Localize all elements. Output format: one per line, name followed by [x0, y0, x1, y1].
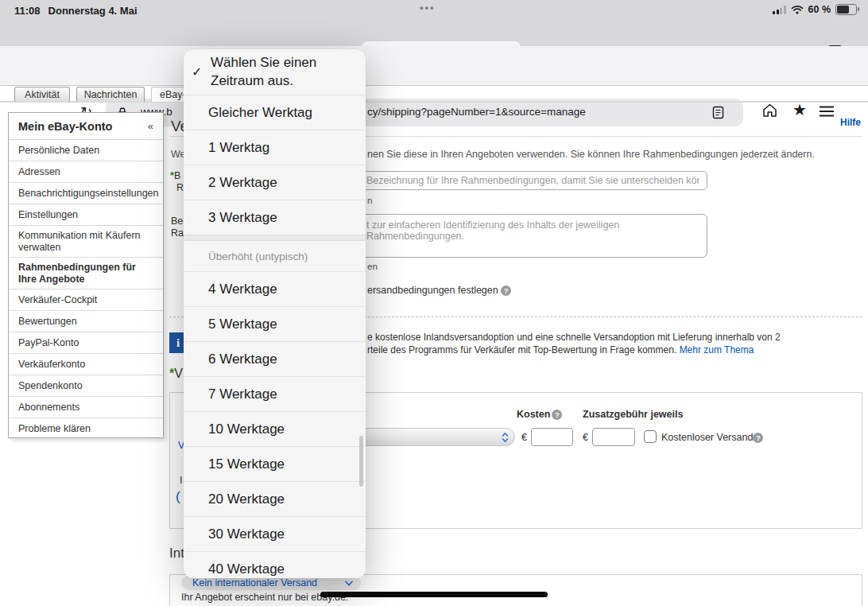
dropdown-option[interactable]: 20 Werktage	[184, 481, 366, 516]
intro-text: nen Sie diese in Ihren Angeboten verwend…	[367, 149, 815, 160]
checkmark-icon: ✓	[192, 64, 204, 80]
sidebar-item-abonnements[interactable]: Abonnements	[9, 397, 163, 418]
select-updown-icon	[502, 432, 509, 443]
camera-indicator-icon: •••	[420, 2, 436, 14]
sidebar-item-bewertungen[interactable]: Bewertungen	[9, 311, 163, 332]
chevron-down-icon	[345, 581, 353, 586]
dropdown-option[interactable]: 6 Werktage	[184, 341, 366, 376]
dropdown-option[interactable]: 4 Werktage	[184, 271, 366, 306]
dropdown-group-header: Überhöht (untypisch)	[184, 241, 366, 271]
sidebar-item-spendenkonto[interactable]: Spendenkonto	[9, 375, 163, 397]
cost-help-icon[interactable]: ?	[552, 410, 562, 420]
dropdown-option[interactable]: Gleicher Werktag	[184, 95, 366, 130]
dropdown-option[interactable]: 15 Werktage	[184, 446, 366, 481]
surcharge-header: Zusatzgebühr jeweils	[583, 409, 683, 420]
free-shipping-label: Kostenloser Versand?	[661, 432, 763, 443]
name-label-line1: *B	[170, 170, 180, 181]
international-heading-fragment: Int	[169, 546, 184, 561]
cost-input[interactable]	[531, 428, 573, 446]
home-indicator[interactable]	[320, 592, 548, 597]
sidebar-item-benachrichtigungseinstellungen[interactable]: Benachrichtigungseinstellungen	[9, 183, 163, 204]
browser-tab-bar: ∞ O OpenAI × X Wie sich vor Betrug auf ×…	[0, 21, 868, 46]
set-shipping-terms-fragment: ersandbedingungen festlegen ?	[367, 285, 511, 296]
policy-description-textarea[interactable]	[358, 214, 707, 258]
status-time: 11:08	[14, 5, 41, 17]
cost-header: Kosten?	[517, 409, 562, 420]
dropdown-option[interactable]: 30 Werktage	[184, 516, 366, 551]
free-shipping-help-icon[interactable]: ?	[753, 433, 763, 443]
collapse-sidebar-icon[interactable]: «	[148, 120, 153, 132]
sidebar-item-paypal-konto[interactable]: PayPal-Konto	[9, 332, 163, 354]
clock: 11:08Donnerstag 4. Mai	[14, 5, 138, 17]
menu-icon[interactable]	[819, 106, 835, 117]
dropdown-option[interactable]: 7 Werktage	[184, 376, 366, 411]
currency-label: €	[521, 432, 527, 443]
url-toolbar: ← → ↻ www.b cy/shipping?pageNumber=1&sou…	[0, 46, 868, 86]
sidebar-item-persoenliche-daten[interactable]: Persönliche Daten	[9, 140, 163, 161]
dropdown-option[interactable]: 3 Werktage	[184, 200, 366, 235]
covered-fragment-paren: (	[176, 489, 180, 505]
url-text-right: cy/shipping?pageNumber=1&source=manage	[367, 106, 586, 118]
info-text-line1: e kostenlose Inlandsversandoption und ei…	[367, 332, 781, 343]
status-icons: 60 %	[773, 4, 857, 15]
dropdown-option[interactable]: 40 Werktage	[184, 551, 366, 578]
dropdown-option[interactable]: 2 Werktage	[184, 165, 366, 200]
covered-fragment-i: I	[180, 475, 182, 486]
mehr-zum-thema-link[interactable]: Mehr zum Thema	[680, 344, 754, 355]
dropdown-scrollbar[interactable]	[359, 436, 363, 487]
sidebar-title-row: Mein eBay-Konto «	[9, 113, 163, 140]
sidebar-item-rahmenbedingungen[interactable]: Rahmenbedingungen für Ihre Angebote	[9, 258, 163, 289]
status-date: Donnerstag 4. Mai	[48, 5, 138, 17]
help-question-icon[interactable]: ?	[501, 286, 511, 296]
currency-label: €	[583, 432, 588, 443]
help-link[interactable]: Hilfe	[840, 117, 861, 128]
dropdown-option[interactable]: 5 Werktage	[184, 306, 366, 341]
dropdown-option-selected[interactable]: ✓ Wählen Sie einen Zeitraum aus.	[184, 49, 366, 95]
sidebar-mein-ebay-konto: Mein eBay-Konto « Persönliche Daten Adre…	[8, 112, 164, 438]
ebay-tab-aktivitaet[interactable]: Aktivität	[14, 87, 70, 102]
info-text-line2: rteile des Programms für Verkäufer mit T…	[367, 344, 754, 355]
free-shipping-checkbox[interactable]	[644, 430, 657, 443]
sidebar-item-einstellungen[interactable]: Einstellungen	[9, 204, 163, 226]
international-select-value: Kein internationaler Versand	[192, 577, 317, 589]
sidebar-item-verkaeufer-cockpit[interactable]: Verkäufer-Cockpit	[9, 289, 163, 311]
screen: 11:08Donnerstag 4. Mai ••• 60 % ∞ O Open…	[0, 0, 868, 606]
dropdown-option[interactable]: 1 Werktag	[184, 130, 366, 165]
sidebar-item-kommunikation[interactable]: Kommunikation mit Käufern verwalten	[9, 226, 163, 258]
policy-name-input[interactable]	[358, 171, 707, 190]
reader-view-icon[interactable]	[712, 106, 724, 119]
dropdown-option-label: Wählen Sie einen Zeitraum aus.	[211, 54, 358, 89]
cellular-signal-icon	[773, 6, 786, 14]
dropdown-option[interactable]: 10 Werktage	[184, 411, 366, 446]
sidebar-item-adressen[interactable]: Adressen	[9, 161, 163, 183]
shipping-section-fragment: *V	[169, 367, 183, 381]
desc-counter-fragment: en	[367, 262, 378, 271]
wifi-icon	[791, 5, 804, 14]
sidebar-item-probleme-klaeren[interactable]: Probleme klären	[9, 418, 163, 439]
home-icon[interactable]	[761, 103, 778, 118]
battery-percent: 60 %	[808, 4, 831, 15]
ebay-tab-nachrichten[interactable]: Nachrichten	[76, 87, 145, 102]
surcharge-input[interactable]	[592, 428, 635, 446]
battery-icon	[835, 4, 857, 15]
name-counter-fragment: n	[367, 196, 372, 205]
sidebar-item-verkaeuferkonto[interactable]: Verkäuferkonto	[9, 354, 163, 375]
bookmarks-star-icon[interactable]: ★	[792, 100, 807, 119]
name-label-line2: R	[176, 182, 184, 193]
status-bar: 11:08Donnerstag 4. Mai ••• 60 %	[0, 0, 868, 21]
time-period-dropdown: ✓ Wählen Sie einen Zeitraum aus. Gleiche…	[184, 49, 366, 578]
dropdown-group-separator	[184, 235, 366, 241]
sidebar-title: Mein eBay-Konto	[18, 120, 112, 133]
